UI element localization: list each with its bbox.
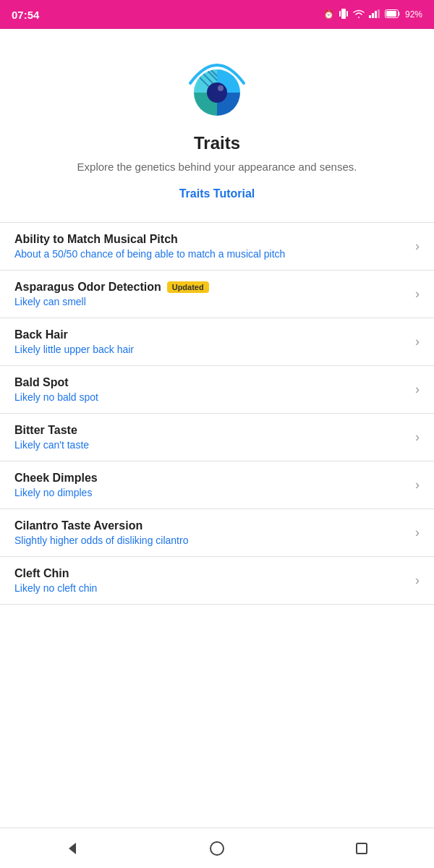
trait-title-row: Cilantro Taste Aversion <box>14 519 408 532</box>
chevron-right-icon: › <box>415 525 420 540</box>
svg-rect-8 <box>386 11 396 17</box>
trait-title-row: Bitter Taste <box>14 424 408 437</box>
trait-content: Bitter TasteLikely can't taste <box>14 424 408 451</box>
tutorial-link[interactable]: Traits Tutorial <box>179 187 255 200</box>
trait-value: Likely can't taste <box>14 439 408 451</box>
bottom-nav <box>0 827 434 868</box>
trait-item[interactable]: Back HairLikely little upper back hair› <box>0 318 434 366</box>
svg-rect-3 <box>369 15 371 18</box>
trait-content: Cilantro Taste AversionSlightly higher o… <box>14 519 408 546</box>
trait-item[interactable]: Cheek DimplesLikely no dimples› <box>0 461 434 509</box>
updated-badge: Updated <box>167 281 209 293</box>
trait-content: Back HairLikely little upper back hair <box>14 328 408 355</box>
trait-item[interactable]: Asparagus Odor DetectionUpdatedLikely ca… <box>0 271 434 318</box>
chevron-right-icon: › <box>415 382 420 397</box>
trait-title-row: Bald Spot <box>14 376 408 389</box>
trait-content: Ability to Match Musical PitchAbout a 50… <box>14 233 408 260</box>
chevron-right-icon: › <box>415 334 420 349</box>
trait-content: Cheek DimplesLikely no dimples <box>14 472 408 498</box>
trait-content: Bald SpotLikely no bald spot <box>14 376 408 403</box>
svg-point-14 <box>207 82 227 103</box>
trait-value: Likely no dimples <box>14 487 408 498</box>
status-icons: ⏰ <box>323 8 422 22</box>
chevron-right-icon: › <box>415 239 420 254</box>
svg-point-15 <box>218 85 224 91</box>
trait-title-row: Cleft Chin <box>14 567 408 580</box>
trait-list: Ability to Match Musical PitchAbout a 50… <box>0 222 434 605</box>
recents-button[interactable] <box>340 834 383 863</box>
trait-name: Cheek Dimples <box>14 472 98 485</box>
trait-item[interactable]: Cilantro Taste AversionSlightly higher o… <box>0 509 434 557</box>
wifi-icon <box>353 9 365 20</box>
chevron-right-icon: › <box>415 573 420 588</box>
vibrate-icon <box>339 8 349 22</box>
page-subtitle: Explore the genetics behind your appeara… <box>77 159 357 176</box>
trait-item[interactable]: Cleft ChinLikely no cleft chin› <box>0 557 434 605</box>
trait-title-row: Asparagus Odor DetectionUpdated <box>14 281 408 294</box>
eye-icon <box>177 51 257 123</box>
trait-content: Cleft ChinLikely no cleft chin <box>14 567 408 594</box>
back-button[interactable] <box>51 834 94 863</box>
trait-item[interactable]: Ability to Match Musical PitchAbout a 50… <box>0 223 434 271</box>
trait-title-row: Cheek Dimples <box>14 472 408 485</box>
svg-rect-5 <box>375 11 377 18</box>
svg-rect-18 <box>357 843 367 854</box>
trait-name: Cleft Chin <box>14 567 69 580</box>
trait-title-row: Back Hair <box>14 328 408 341</box>
chevron-right-icon: › <box>415 286 420 302</box>
svg-rect-2 <box>346 11 348 17</box>
svg-rect-4 <box>372 13 374 18</box>
svg-rect-6 <box>378 9 380 18</box>
trait-value: Likely no bald spot <box>14 391 408 403</box>
trait-item[interactable]: Bitter TasteLikely can't taste› <box>0 414 434 461</box>
trait-value: Likely no cleft chin <box>14 582 408 594</box>
trait-name: Asparagus Odor Detection <box>14 281 161 294</box>
trait-value: Likely little upper back hair <box>14 344 408 355</box>
trait-item[interactable]: Bald SpotLikely no bald spot› <box>0 366 434 414</box>
svg-rect-0 <box>341 9 346 19</box>
chevron-right-icon: › <box>415 430 420 445</box>
trait-name: Bitter Taste <box>14 424 77 437</box>
trait-value: Likely can smell <box>14 296 408 307</box>
page-title: Traits <box>194 133 240 153</box>
signal-icon <box>369 9 380 20</box>
chevron-right-icon: › <box>415 477 420 493</box>
trait-content: Asparagus Odor DetectionUpdatedLikely ca… <box>14 281 408 307</box>
trait-name: Ability to Match Musical Pitch <box>14 233 178 246</box>
home-button[interactable] <box>195 834 239 863</box>
status-time: 07:54 <box>12 9 39 21</box>
alarm-icon: ⏰ <box>323 9 334 20</box>
trait-title-row: Ability to Match Musical Pitch <box>14 233 408 246</box>
trait-value: About a 50/50 chance of being able to ma… <box>14 248 408 260</box>
battery-percent: 92% <box>405 9 422 20</box>
trait-name: Bald Spot <box>14 376 69 389</box>
svg-rect-1 <box>339 11 341 17</box>
trait-value: Slightly higher odds of disliking cilant… <box>14 535 408 546</box>
trait-name: Cilantro Taste Aversion <box>14 519 142 532</box>
svg-marker-16 <box>69 843 76 854</box>
status-bar: 07:54 ⏰ <box>0 0 434 29</box>
battery-icon <box>385 9 401 20</box>
trait-name: Back Hair <box>14 328 68 341</box>
svg-point-17 <box>210 842 224 855</box>
hero-section: Traits Explore the genetics behind your … <box>0 29 434 222</box>
